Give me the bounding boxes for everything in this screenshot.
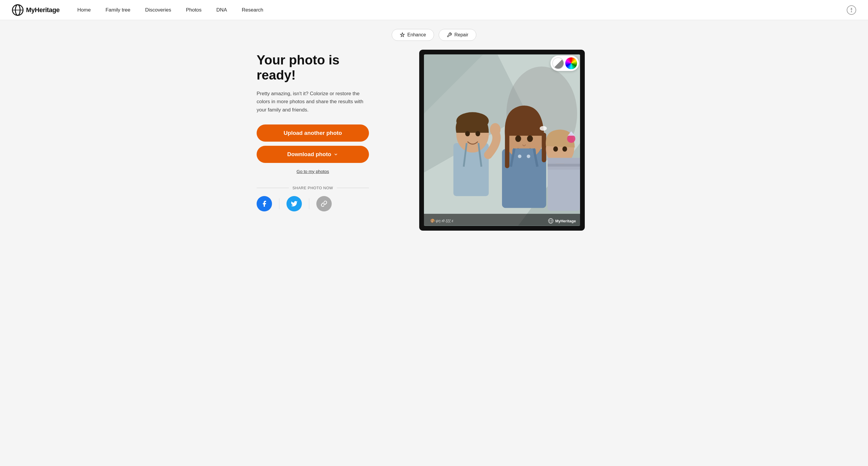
share-line-left	[257, 188, 289, 188]
svg-point-32	[553, 146, 558, 152]
share-label: SHARE PHOTO NOW	[292, 186, 333, 190]
right-panel: 🎨 ψη ιθ ξξξ ε	[393, 50, 611, 230]
top-buttons: Enhance Repair	[392, 29, 476, 41]
logo[interactable]: MyHeritage	[12, 4, 60, 16]
accessibility-icon[interactable]	[847, 5, 856, 15]
repair-icon	[447, 32, 452, 37]
repair-button[interactable]: Repair	[439, 29, 476, 41]
nav-link-research[interactable]: Research	[242, 6, 264, 14]
hero-description: Pretty amazing, isn't it? Colorize or re…	[257, 90, 369, 114]
svg-point-25	[527, 155, 530, 158]
toggle-bw-button[interactable]	[552, 57, 564, 69]
share-twitter-button[interactable]	[286, 196, 302, 211]
svg-point-13	[490, 123, 500, 136]
navbar: MyHeritage Home Family tree Discoveries …	[0, 0, 868, 20]
share-line-right	[337, 188, 369, 188]
logo-icon	[12, 4, 24, 16]
svg-point-21	[515, 135, 521, 142]
hero-title: Your photo is ready!	[257, 53, 369, 83]
dropdown-arrow-icon	[334, 152, 338, 157]
share-divider: SHARE PHOTO NOW	[257, 186, 369, 190]
svg-point-12	[475, 131, 480, 136]
body-layout: Your photo is ready! Pretty amazing, isn…	[257, 50, 611, 230]
enhance-icon	[400, 32, 405, 37]
download-photo-button[interactable]: Download photo	[257, 146, 369, 163]
photo-container: 🎨 ψη ιθ ξξξ ε	[419, 50, 585, 230]
twitter-icon	[290, 200, 298, 207]
svg-point-3	[851, 8, 852, 9]
photo-myheritage-watermark: MyHeritage	[548, 218, 576, 223]
facebook-icon	[261, 200, 268, 207]
upload-another-photo-button[interactable]: Upload another photo	[257, 124, 369, 142]
nav-link-home[interactable]: Home	[78, 6, 91, 14]
svg-point-33	[562, 146, 567, 152]
photo-illustration: 🎨 ψη ιθ ξξξ ε	[424, 54, 580, 226]
svg-rect-19	[541, 133, 546, 162]
photo-toggle-buttons	[551, 56, 579, 71]
svg-rect-23	[513, 149, 536, 166]
photo-frame: 🎨 ψη ιθ ξξξ ε	[419, 50, 585, 230]
share-icons	[257, 196, 369, 211]
navbar-links: Home Family tree Discoveries Photos DNA …	[78, 6, 847, 14]
svg-point-24	[518, 155, 522, 158]
svg-rect-36	[548, 167, 580, 170]
share-separator-1	[279, 198, 279, 209]
svg-rect-34	[548, 158, 580, 164]
svg-point-11	[465, 131, 470, 136]
enhance-button[interactable]: Enhance	[392, 29, 434, 41]
nav-link-family-tree[interactable]: Family tree	[105, 6, 130, 14]
link-icon	[321, 200, 327, 207]
svg-point-20	[540, 126, 547, 131]
myheritage-small-logo	[548, 218, 553, 223]
photo-bottom-bar: MyHeritage	[424, 216, 580, 226]
svg-point-30	[567, 134, 575, 143]
nav-link-dna[interactable]: DNA	[216, 6, 227, 14]
share-separator-2	[309, 198, 309, 209]
svg-rect-35	[548, 164, 580, 167]
svg-rect-18	[505, 133, 509, 168]
left-panel: Your photo is ready! Pretty amazing, isn…	[257, 50, 369, 211]
nav-link-discoveries[interactable]: Discoveries	[145, 6, 171, 14]
photo-scene: 🎨 ψη ιθ ξξξ ε	[424, 54, 580, 226]
svg-point-22	[527, 135, 533, 142]
nav-link-photos[interactable]: Photos	[186, 6, 202, 14]
main-content: Enhance Repair Your photo is ready! Pret…	[0, 20, 868, 466]
go-to-photos-link[interactable]: Go to my photos	[257, 169, 369, 174]
toggle-color-button[interactable]	[565, 57, 577, 69]
share-facebook-button[interactable]	[257, 196, 272, 211]
logo-text: MyHeritage	[26, 6, 60, 14]
navbar-right	[847, 5, 856, 15]
share-copy-link-button[interactable]	[316, 196, 332, 211]
share-section: SHARE PHOTO NOW	[257, 186, 369, 211]
